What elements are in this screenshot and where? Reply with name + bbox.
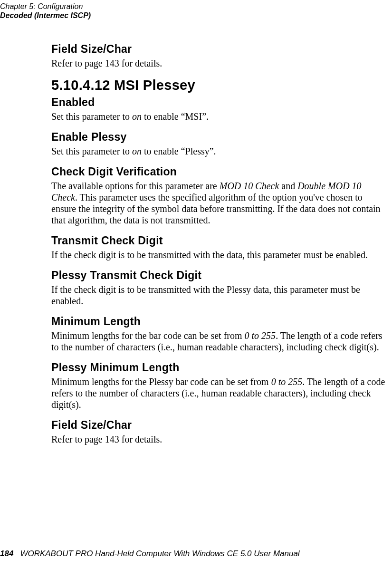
text-fragment: Minimum lengths for the Plessy bar code … (51, 376, 271, 387)
param-value: MOD 10 Check (220, 181, 279, 191)
page: Chapter 5: Configuration Decoded (Interm… (0, 0, 392, 569)
param-value: on (132, 111, 142, 122)
text-fragment: . This parameter uses the specified algo… (51, 192, 381, 225)
text-fragment: Set this parameter to (51, 111, 132, 122)
body-enable-plessy: Set this parameter to on to enable “Ples… (51, 145, 386, 157)
heading-minimum-length: Minimum Length (51, 315, 386, 328)
body-plessy-minimum-length: Minimum lengths for the Plessy bar code … (51, 376, 386, 410)
footer-title: WORKABOUT PRO Hand-Held Computer With Wi… (20, 549, 299, 558)
heading-plessy-transmit-check-digit: Plessy Transmit Check Digit (51, 269, 386, 282)
heading-field-size-char-1: Field Size/Char (51, 43, 386, 56)
body-check-digit-verification: The available options for this parameter… (51, 180, 386, 226)
param-value: 0 to 255 (271, 376, 303, 387)
body-minimum-length: Minimum lengths for the bar code can be … (51, 330, 386, 353)
text-fragment: Minimum lengths for the bar code can be … (51, 330, 245, 341)
text-fragment: Set this parameter to (51, 146, 132, 156)
param-value: 0 to 255 (245, 330, 276, 341)
heading-msi-plessey: 5.10.4.12 MSI Plessey (51, 77, 386, 93)
heading-plessy-minimum-length: Plessy Minimum Length (51, 361, 386, 374)
text-fragment: The available options for this parameter… (51, 181, 220, 191)
content-area: Field Size/Char Refer to page 143 for de… (51, 43, 386, 453)
heading-enabled: Enabled (51, 96, 386, 109)
page-number: 184 (0, 549, 13, 558)
text-fragment: to enable “MSI”. (142, 111, 209, 122)
running-header: Chapter 5: Configuration Decoded (Interm… (0, 2, 91, 20)
body-field-size-char-1: Refer to page 143 for details. (51, 58, 386, 69)
body-enabled: Set this parameter to on to enable “MSI”… (51, 111, 386, 122)
text-fragment: and (279, 181, 297, 191)
header-line-1: Chapter 5: Configuration (0, 2, 91, 11)
running-footer: 184WORKABOUT PRO Hand-Held Computer With… (0, 549, 300, 559)
header-line-2: Decoded (Intermec ISCP) (0, 11, 91, 20)
heading-transmit-check-digit: Transmit Check Digit (51, 234, 386, 247)
text-fragment: to enable “Plessy”. (142, 146, 216, 156)
heading-enable-plessy: Enable Plessy (51, 131, 386, 144)
heading-check-digit-verification: Check Digit Verification (51, 165, 386, 178)
heading-field-size-char-2: Field Size/Char (51, 419, 386, 432)
body-field-size-char-2: Refer to page 143 for details. (51, 434, 386, 445)
body-plessy-transmit-check-digit: If the check digit is to be transmitted … (51, 284, 386, 307)
body-transmit-check-digit: If the check digit is to be transmitted … (51, 249, 386, 260)
param-value: on (132, 146, 142, 156)
